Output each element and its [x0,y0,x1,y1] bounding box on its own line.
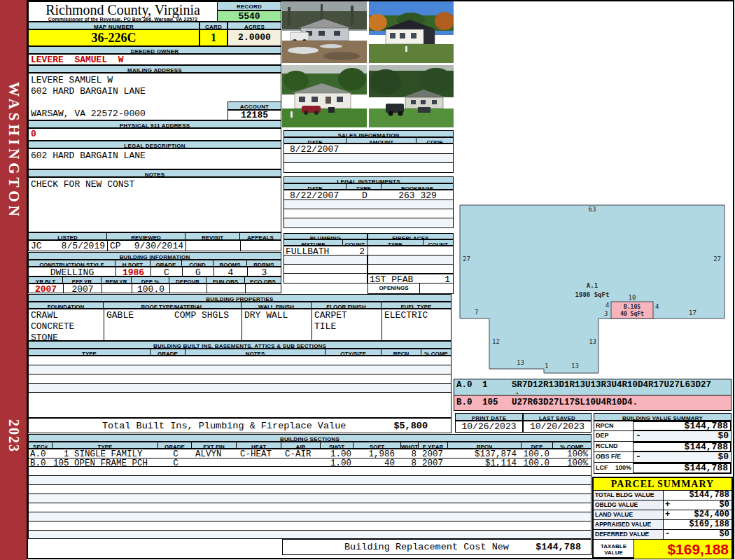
bvs-label-lcf: LCF100% [594,463,634,474]
mailing-address-header: MAILING ADDRESS [28,65,281,73]
legal-empty-row [284,200,453,209]
plumbing-empty-area [284,255,368,284]
property-photo-side-car[interactable] [282,65,367,127]
building-sections-column-headers: SEC# TYPE GRADE EXT FIN HEAT AIR SHGT SQ… [28,442,592,449]
fireplace-count-header: COUNT [424,239,454,246]
property-photo-front[interactable] [369,1,454,63]
construction-style-value: DWELLING [29,267,115,276]
parcel-obldg-label: OBLDG VALUE [594,500,664,510]
fireplace-empty-cell [424,246,453,255]
svg-text:27: 27 [463,255,470,262]
row-a-sec: A.0 [29,449,53,458]
type-header: TYPE [52,442,158,449]
map-number-header: MAP NUMBER [28,22,200,29]
taxable-value-cell: $169,188 [634,540,732,559]
sales-empty-row [284,154,453,163]
bvs-value-lcf: $144,788 [685,464,728,472]
cond-header: COND [182,260,214,267]
sales-row: 8/22/2007 [284,144,454,154]
appeals-value [240,241,281,251]
legal-type-header: TYPE [346,183,382,190]
bvs-label-rclnd: RCLND [594,442,634,452]
county-tab-label: WASHINGTON [0,59,27,241]
fixture-value: FULLBATH [284,246,343,255]
built-ins-empty-area [28,356,451,418]
card-header: CARD [200,22,227,29]
building-information-header: BUILDING INFORMATION [28,252,281,260]
fireplaces-header: FIREPLACES [368,233,454,239]
notes-header: NOTES [28,169,281,177]
building-sections-empty-area [28,467,592,539]
remyr-header: REM YR [102,276,132,284]
fireplace-prefab-count: 1 [424,274,453,283]
building-section-row-b: B.0 105 OPEN FRAME PCH C 1.00 40 8 2007 … [28,458,592,467]
eyear-header: E YEAR [419,442,448,449]
svg-text:17: 17 [689,309,696,316]
svg-text:27: 27 [713,255,721,262]
building-sections-header: BUILDING SECTIONS [28,434,592,442]
taxable-value: $169,188 [667,541,729,557]
svg-text:4: 4 [606,302,609,309]
sketch-vector-a-row: A.0 1 SR7D12R13D1R13U13R3U4R10D4R17U27L6… [454,379,732,396]
foundation-value: CRAWLCONCRETESTONE [29,309,104,340]
openings-label-cell: OPENINGS [368,284,420,294]
air-header: AIR [281,442,321,449]
row-a-air: C-AIR [282,449,321,458]
sections-grade-header: GRADE [158,442,192,449]
svg-text:12: 12 [492,338,500,345]
property-photo-construction[interactable] [282,1,367,63]
row-b-extfin [192,458,237,466]
map-number-value: 36-226C [28,29,200,46]
property-photo-rear-truck[interactable] [369,65,454,127]
svg-text:13: 13 [517,359,524,366]
row-b-air [282,458,321,466]
county-subtitle: Commissioner of the Revenue, PO Box 366,… [29,17,217,22]
sqft-header: SQFT [354,442,401,449]
building-value-summary-table: RPCN $144,788 DEP -$0 RCLND $144,788 OBS… [594,421,732,474]
parcel-total-bldg-label: TOTAL BLDG VALUE [594,491,664,500]
visits-value-row: JC8/5/2019 CP9/30/2014 [28,240,281,251]
plumbing-count-value: 2 [343,246,368,255]
fixture-header: FIXTURE [284,239,343,246]
sales-empty-area [284,154,454,173]
plumbing-row: FULLBATH 2 [284,246,454,255]
building-properties-values: CRAWLCONCRETESTONE GABLECOMP SHGLS DRY W… [28,309,451,341]
legal-column-headers: DATE TYPE BOOKPAGE [284,183,454,190]
vector-b-section: B.0 [456,398,472,407]
parcel-appraised-label: APPRAISED VALUE [594,520,664,529]
foundation-header: FOUNDATION [28,302,104,309]
funobs-value [206,284,245,293]
construction-style-header: CONSTRUCTION STYLE [28,260,115,267]
plumbing-header: PLUMBING [284,233,368,239]
plumbing-count-header: COUNT [343,239,368,246]
sections-comp-header: % COMP [553,442,592,449]
fireplace-prefab-type: 1ST PFAB [368,274,424,283]
funobs-header: FUN OBS [206,276,245,284]
building-value-summary-header: BUILDING VALUE SUMMARY [594,413,732,421]
parcel-land-value: $24,400 [694,510,729,519]
svg-text:4: 4 [655,303,659,310]
mailing-address-line3: WARSAW, VA 22572-0000 [31,108,146,120]
fireplaces-empty-row [368,255,453,265]
built-ins-empty-row [29,374,451,384]
roof-header: ROOF TYPE/MATERIAL [104,302,241,309]
row-a-shgt: 1.00 [321,449,354,458]
replacement-cost-value: $144,788 [536,542,581,553]
built-ins-qty-header: QTY/SIZE [326,349,382,356]
last-saved-header: LAST SAVED [523,413,592,421]
row-b-heat [237,458,282,466]
heat-header: HEAT [237,442,281,449]
shgt-header: SHGT [321,442,354,449]
deeded-owner-value: LEVERE SAMUEL W [28,54,281,65]
print-date-value: 10/26/2023 [455,421,523,433]
replacement-cost-row: Building Replacement Cost New $144,788 [282,539,592,555]
svg-text:10: 10 [629,294,636,301]
fireplace-empty-cell [368,246,424,255]
built-ins-empty-row [29,356,451,365]
plumbing-empty-row [284,255,367,265]
depovr-header: DEPOVR [169,276,206,284]
row-a-dep: 100.0 [522,449,554,458]
legal-type-value: D [347,190,382,200]
tax-year-label: 2023 [0,402,27,469]
sales-amount-header: AMOUNT [346,137,416,144]
